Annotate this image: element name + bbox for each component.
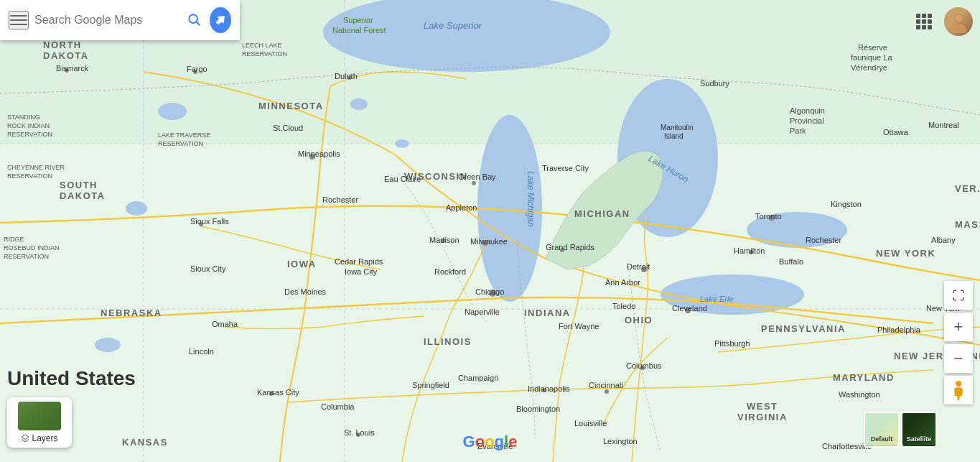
hamburger-icon: [10, 12, 27, 28]
us-country-label: United States: [7, 367, 136, 390]
svg-point-22: [605, 389, 609, 394]
svg-point-25: [749, 250, 753, 254]
layers-label: Layers: [21, 433, 57, 443]
svg-point-37: [955, 14, 962, 22]
svg-marker-39: [22, 435, 29, 440]
svg-point-24: [769, 215, 775, 221]
layers-thumbnail: [18, 402, 61, 430]
svg-point-23: [640, 366, 645, 370]
google-g: G: [463, 433, 475, 451]
map-type-default-button[interactable]: Default: [864, 412, 900, 448]
apps-button[interactable]: [910, 7, 938, 36]
menu-button[interactable]: [9, 11, 29, 29]
avatar: [944, 7, 973, 36]
svg-point-7: [747, 212, 847, 248]
zoom-in-button[interactable]: +: [944, 313, 973, 341]
map-container[interactable]: NORTH DAKOTA SOUTH DAKOTA NEBRASKA KANSA…: [0, 0, 980, 462]
svg-point-27: [269, 392, 274, 396]
search-button[interactable]: [184, 9, 204, 32]
svg-point-19: [489, 290, 496, 297]
layers-button[interactable]: Layers: [7, 397, 72, 448]
pegman-button[interactable]: [944, 376, 973, 405]
svg-point-32: [189, 14, 197, 23]
svg-point-14: [193, 70, 197, 74]
svg-point-15: [309, 154, 315, 160]
google-o1: o: [475, 433, 485, 451]
svg-point-16: [199, 222, 203, 226]
svg-point-21: [685, 308, 691, 313]
svg-rect-34: [218, 22, 223, 23]
svg-point-11: [350, 98, 368, 110]
svg-point-26: [542, 388, 546, 392]
svg-point-36: [951, 24, 966, 33]
search-bar: [0, 0, 240, 40]
grid-icon: [916, 14, 932, 29]
svg-line-33: [197, 22, 200, 25]
svg-point-5: [668, 137, 711, 208]
svg-point-38: [956, 381, 961, 387]
svg-point-28: [356, 433, 360, 437]
profile-button[interactable]: [944, 7, 973, 36]
svg-point-20: [641, 267, 647, 272]
search-input[interactable]: [34, 14, 178, 27]
svg-point-30: [560, 248, 564, 252]
google-logo: G o o g l e: [463, 433, 518, 451]
layers-thumbnail-image: [18, 402, 61, 430]
svg-point-13: [65, 68, 69, 73]
svg-point-10: [95, 338, 121, 352]
svg-point-18: [482, 240, 488, 246]
svg-point-9: [126, 201, 147, 216]
right-top-controls: [910, 7, 973, 36]
map-controls: + −: [944, 281, 973, 405]
svg-point-31: [472, 181, 476, 185]
google-o2: o: [485, 433, 494, 451]
fullscreen-button[interactable]: [944, 281, 973, 310]
map-type-controls: Default Satellite: [864, 412, 937, 448]
directions-button[interactable]: [210, 7, 231, 33]
google-g2: g: [495, 433, 504, 451]
svg-point-29: [441, 239, 445, 243]
svg-point-17: [347, 75, 352, 80]
svg-point-8: [158, 103, 187, 120]
google-e: e: [508, 433, 517, 451]
map-type-satellite-button[interactable]: Satellite: [901, 412, 937, 448]
zoom-out-button[interactable]: −: [944, 344, 973, 373]
